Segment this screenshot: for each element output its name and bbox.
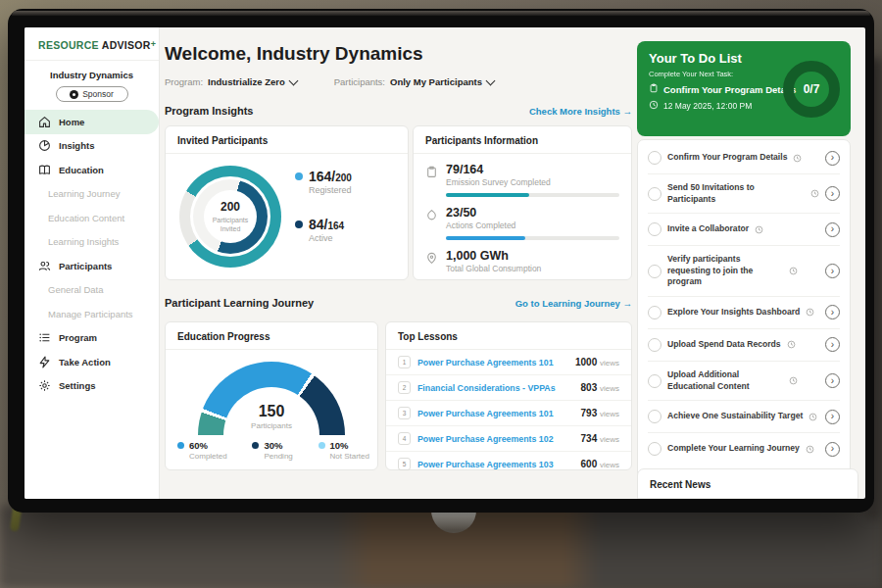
task-checkbox[interactable] [648, 410, 662, 423]
task-checkbox[interactable] [648, 151, 662, 165]
chevron-right-icon[interactable]: › [825, 442, 840, 457]
section-title: Participant Learning Journey [165, 297, 314, 309]
lesson-row: 1 Power Purchase Agreements 101 1000 vie… [386, 350, 631, 375]
sidebar-nav: Home Insights Education Learning Journey… [24, 110, 159, 398]
task-row[interactable]: Confirm Your Program Details › [648, 142, 840, 174]
sidebar-item-take-action[interactable]: Take Action [24, 350, 159, 374]
lesson-link[interactable]: Financial Considerations - VPPAs [417, 383, 574, 393]
sidebar-item-education-content[interactable]: Education Content [24, 206, 159, 230]
clock-icon [649, 100, 659, 112]
sidebar-item-general-data[interactable]: General Data [24, 278, 159, 303]
chevron-right-icon[interactable]: › [825, 264, 840, 278]
task-checkbox[interactable] [648, 187, 662, 201]
chevron-right-icon[interactable]: › [825, 305, 840, 319]
lesson-row: 4 Power Purchase Agreements 102 734 view… [386, 426, 631, 452]
lesson-rank: 2 [398, 381, 411, 394]
page-title: Welcome, Industry Dynamics [165, 43, 423, 65]
task-checkbox[interactable] [648, 265, 662, 278]
arrow-right-icon: → [623, 298, 633, 309]
legend-not-started: 10%Not Started [318, 440, 369, 461]
sidebar: RESOURCE ADVISOR+ Industry Dynamics Spon… [24, 27, 160, 499]
lesson-link[interactable]: Power Purchase Agreements 103 [417, 460, 574, 469]
sidebar-item-label: General Data [48, 284, 104, 295]
sponsor-badge[interactable]: Sponsor [56, 86, 128, 102]
check-more-insights-link[interactable]: Check More Insights → [529, 106, 632, 117]
sidebar-item-label: Manage Participants [48, 309, 133, 319]
clock-icon [806, 445, 814, 454]
lesson-row: 3 Power Purchase Agreements 101 793 view… [386, 401, 631, 426]
clock-icon [789, 267, 798, 275]
card-title: Education Progress [166, 322, 377, 350]
task-checkbox[interactable] [648, 374, 662, 388]
task-label: Upload Additional Educational Content [667, 369, 783, 392]
task-row[interactable]: Upload Additional Educational Content › [648, 362, 840, 401]
lesson-views: 793 views [581, 408, 619, 418]
go-to-learning-journey-link[interactable]: Go to Learning Journey → [515, 298, 632, 309]
filters-row: Program: Industrialize Zero Participants… [165, 76, 494, 87]
recent-news-title: Recent News [638, 469, 858, 499]
sidebar-item-learning-journey[interactable]: Learning Journey [24, 182, 159, 207]
sidebar-item-home[interactable]: Home [24, 110, 159, 134]
task-checkbox[interactable] [648, 338, 662, 352]
todo-progress-value: 0/7 [804, 82, 820, 96]
chevron-right-icon[interactable]: › [825, 373, 840, 388]
sidebar-item-settings[interactable]: Settings [24, 374, 159, 399]
clipboard-icon [649, 83, 659, 95]
task-row[interactable]: Send 50 Invitations to Participants › [648, 174, 840, 214]
chevron-down-icon [486, 75, 496, 85]
actions-icon [425, 209, 438, 221]
task-label: Explore Your Insights Dashboard [667, 307, 800, 318]
task-checkbox[interactable] [648, 306, 662, 319]
participants-information-card: Participants Information 79/164 Emission… [413, 125, 632, 280]
legend-dot [295, 172, 303, 180]
clock-icon [808, 413, 817, 421]
screen: RESOURCE ADVISOR+ Industry Dynamics Spon… [24, 27, 865, 499]
logo-advisor: ADVISOR [102, 39, 151, 51]
chevron-right-icon[interactable]: › [825, 337, 840, 352]
legend-dot [318, 442, 325, 449]
task-checkbox[interactable] [648, 222, 662, 236]
task-row[interactable]: Achieve One Sustainability Target › [648, 401, 840, 433]
sidebar-item-participants[interactable]: Participants [24, 254, 159, 278]
arrow-right-icon: → [623, 106, 633, 117]
task-row[interactable]: Upload Spend Data Records › [648, 329, 840, 362]
lesson-link[interactable]: Power Purchase Agreements 101 [417, 409, 574, 418]
sidebar-item-education[interactable]: Education [24, 158, 159, 182]
sidebar-item-learning-insights[interactable]: Learning Insights [24, 230, 159, 255]
donut-legend: 164/200 Registered 84/164 Active [295, 169, 352, 265]
clock-icon [793, 154, 802, 163]
chevron-right-icon[interactable]: › [825, 222, 840, 237]
lesson-link[interactable]: Power Purchase Agreements 102 [417, 434, 574, 444]
lesson-views: 1000 views [575, 357, 619, 368]
clock-icon [806, 308, 814, 317]
program-filter[interactable]: Program: Industrialize Zero [165, 76, 297, 87]
sponsor-label: Sponsor [82, 89, 114, 99]
stat-emission-survey: 79/164 Emission Survey Completed [414, 154, 631, 187]
clock-icon [789, 376, 798, 385]
participants-filter[interactable]: Participants: Only My Participants [334, 76, 494, 87]
sidebar-item-label: Program [59, 332, 97, 343]
task-list: Confirm Your Program Details › Send 50 I… [637, 139, 851, 492]
sidebar-item-label: Learning Journey [48, 188, 120, 199]
monitor-bezel: RESOURCE ADVISOR+ Industry Dynamics Spon… [8, 9, 874, 513]
chevron-right-icon[interactable]: › [825, 186, 840, 201]
task-row[interactable]: Invite a Collaborator › [648, 214, 840, 246]
card-title: Top Lessons [386, 322, 631, 350]
task-label: Achieve One Sustainability Target [667, 411, 803, 422]
chevron-right-icon[interactable]: › [825, 151, 840, 166]
lesson-rank: 5 [398, 458, 411, 470]
lesson-link[interactable]: Power Purchase Agreements 101 [417, 358, 568, 368]
sidebar-item-manage-participants[interactable]: Manage Participants [24, 302, 159, 326]
location-pin-icon [425, 252, 438, 265]
sidebar-item-insights[interactable]: Insights [24, 134, 159, 159]
chevron-right-icon[interactable]: › [825, 410, 840, 424]
task-checkbox[interactable] [648, 442, 662, 456]
todo-next-task: Confirm Your Program Details [663, 84, 796, 95]
lesson-row: 2 Financial Considerations - VPPAs 803 v… [386, 375, 631, 401]
legend-pending: 30%Pending [252, 440, 292, 461]
task-row[interactable]: Verify participants requesting to join t… [648, 246, 840, 297]
task-row[interactable]: Complete Your Learning Journey › [648, 433, 840, 465]
sidebar-item-label: Take Action [59, 357, 111, 368]
sidebar-item-program[interactable]: Program [24, 326, 159, 351]
task-row[interactable]: Explore Your Insights Dashboard › [648, 297, 840, 329]
